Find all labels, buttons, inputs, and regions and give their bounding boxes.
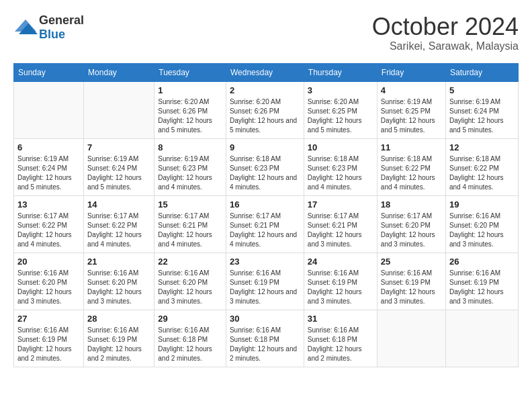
- day-info: Sunrise: 6:16 AMSunset: 6:20 PMDaylight:…: [87, 269, 150, 306]
- logo-general: General: [39, 13, 84, 27]
- day-info: Sunrise: 6:16 AMSunset: 6:19 PMDaylight:…: [381, 269, 442, 306]
- calendar-cell: 4Sunrise: 6:19 AMSunset: 6:25 PMDaylight…: [377, 81, 445, 138]
- calendar-cell: 18Sunrise: 6:17 AMSunset: 6:20 PMDayligh…: [377, 195, 445, 253]
- calendar-week-row: 6Sunrise: 6:19 AMSunset: 6:24 PMDaylight…: [14, 138, 519, 195]
- calendar-cell: [84, 81, 154, 138]
- logo-blue: Blue: [39, 28, 65, 41]
- calendar-cell: 26Sunrise: 6:16 AMSunset: 6:19 PMDayligh…: [445, 253, 518, 310]
- day-info: Sunrise: 6:18 AMSunset: 6:22 PMDaylight:…: [381, 154, 442, 192]
- day-info: Sunrise: 6:19 AMSunset: 6:25 PMDaylight:…: [381, 97, 442, 135]
- calendar-week-row: 1Sunrise: 6:20 AMSunset: 6:26 PMDaylight…: [14, 81, 519, 138]
- day-info: Sunrise: 6:19 AMSunset: 6:24 PMDaylight:…: [449, 97, 515, 135]
- calendar-week-row: 13Sunrise: 6:17 AMSunset: 6:22 PMDayligh…: [14, 195, 519, 253]
- day-number: 4: [381, 85, 442, 95]
- day-info: Sunrise: 6:17 AMSunset: 6:21 PMDaylight:…: [158, 212, 222, 249]
- day-number: 5: [449, 85, 515, 95]
- day-number: 20: [17, 257, 80, 267]
- day-info: Sunrise: 6:18 AMSunset: 6:23 PMDaylight:…: [308, 154, 373, 192]
- day-info: Sunrise: 6:16 AMSunset: 6:20 PMDaylight:…: [17, 269, 80, 306]
- day-info: Sunrise: 6:19 AMSunset: 6:24 PMDaylight:…: [87, 154, 150, 192]
- day-number: 15: [158, 199, 222, 210]
- day-number: 25: [381, 257, 442, 267]
- page-header: General Blue October 2024 Sarikei, Saraw…: [13, 13, 519, 52]
- day-info: Sunrise: 6:19 AMSunset: 6:24 PMDaylight:…: [17, 154, 80, 192]
- day-number: 3: [308, 85, 373, 95]
- calendar-cell: 25Sunrise: 6:16 AMSunset: 6:19 PMDayligh…: [377, 253, 445, 310]
- calendar-cell: 12Sunrise: 6:18 AMSunset: 6:22 PMDayligh…: [445, 138, 518, 195]
- day-info: Sunrise: 6:20 AMSunset: 6:26 PMDaylight:…: [230, 97, 300, 135]
- day-number: 30: [230, 314, 300, 324]
- day-info: Sunrise: 6:18 AMSunset: 6:22 PMDaylight:…: [449, 154, 515, 192]
- calendar-cell: 5Sunrise: 6:19 AMSunset: 6:24 PMDaylight…: [445, 81, 518, 138]
- calendar-cell: 29Sunrise: 6:16 AMSunset: 6:18 PMDayligh…: [154, 310, 226, 367]
- calendar-cell: 21Sunrise: 6:16 AMSunset: 6:20 PMDayligh…: [84, 253, 154, 310]
- day-number: 7: [87, 142, 150, 152]
- calendar-header-row: SundayMondayTuesdayWednesdayThursdayFrid…: [14, 63, 519, 81]
- day-number: 1: [158, 85, 222, 95]
- day-info: Sunrise: 6:16 AMSunset: 6:18 PMDaylight:…: [230, 326, 300, 363]
- column-header-tuesday: Tuesday: [154, 63, 226, 81]
- day-number: 11: [381, 142, 442, 152]
- column-header-friday: Friday: [377, 63, 445, 81]
- day-number: 6: [17, 142, 80, 152]
- day-number: 9: [230, 142, 300, 152]
- day-number: 2: [230, 85, 300, 95]
- calendar-cell: 27Sunrise: 6:16 AMSunset: 6:19 PMDayligh…: [14, 310, 84, 367]
- column-header-monday: Monday: [84, 63, 154, 81]
- day-number: 23: [230, 257, 300, 267]
- day-info: Sunrise: 6:17 AMSunset: 6:21 PMDaylight:…: [230, 212, 300, 249]
- day-number: 16: [230, 199, 300, 210]
- calendar-cell: 7Sunrise: 6:19 AMSunset: 6:24 PMDaylight…: [84, 138, 154, 195]
- day-number: 22: [158, 257, 222, 267]
- calendar-cell: 17Sunrise: 6:17 AMSunset: 6:21 PMDayligh…: [304, 195, 377, 253]
- day-number: 18: [381, 199, 442, 210]
- day-info: Sunrise: 6:20 AMSunset: 6:25 PMDaylight:…: [308, 97, 373, 135]
- day-info: Sunrise: 6:16 AMSunset: 6:19 PMDaylight:…: [230, 269, 300, 306]
- column-header-sunday: Sunday: [14, 63, 84, 81]
- calendar-cell: 28Sunrise: 6:16 AMSunset: 6:19 PMDayligh…: [84, 310, 154, 367]
- day-info: Sunrise: 6:16 AMSunset: 6:18 PMDaylight:…: [158, 326, 222, 363]
- calendar-cell: 11Sunrise: 6:18 AMSunset: 6:22 PMDayligh…: [377, 138, 445, 195]
- day-number: 19: [449, 199, 515, 210]
- calendar-cell: 8Sunrise: 6:19 AMSunset: 6:23 PMDaylight…: [154, 138, 226, 195]
- column-header-thursday: Thursday: [304, 63, 377, 81]
- calendar-cell: 6Sunrise: 6:19 AMSunset: 6:24 PMDaylight…: [14, 138, 84, 195]
- calendar-cell: 31Sunrise: 6:16 AMSunset: 6:18 PMDayligh…: [304, 310, 377, 367]
- day-info: Sunrise: 6:16 AMSunset: 6:18 PMDaylight:…: [308, 326, 373, 363]
- day-info: Sunrise: 6:18 AMSunset: 6:23 PMDaylight:…: [230, 154, 300, 192]
- day-number: 27: [17, 314, 80, 324]
- day-number: 12: [449, 142, 515, 152]
- title-block: October 2024 Sarikei, Sarawak, Malaysia: [372, 13, 519, 52]
- day-info: Sunrise: 6:19 AMSunset: 6:23 PMDaylight:…: [158, 154, 222, 192]
- calendar-cell: [377, 310, 445, 367]
- calendar-cell: [445, 310, 518, 367]
- column-header-saturday: Saturday: [445, 63, 518, 81]
- day-number: 14: [87, 199, 150, 210]
- calendar-cell: [14, 81, 84, 138]
- day-info: Sunrise: 6:16 AMSunset: 6:19 PMDaylight:…: [308, 269, 373, 306]
- day-info: Sunrise: 6:20 AMSunset: 6:26 PMDaylight:…: [158, 97, 222, 135]
- calendar-cell: 9Sunrise: 6:18 AMSunset: 6:23 PMDaylight…: [226, 138, 304, 195]
- day-info: Sunrise: 6:17 AMSunset: 6:20 PMDaylight:…: [381, 212, 442, 249]
- day-number: 31: [308, 314, 373, 324]
- day-number: 13: [17, 199, 80, 210]
- calendar-cell: 23Sunrise: 6:16 AMSunset: 6:19 PMDayligh…: [226, 253, 304, 310]
- day-number: 21: [87, 257, 150, 267]
- calendar-cell: 24Sunrise: 6:16 AMSunset: 6:19 PMDayligh…: [304, 253, 377, 310]
- day-info: Sunrise: 6:16 AMSunset: 6:19 PMDaylight:…: [87, 326, 150, 363]
- calendar-cell: 22Sunrise: 6:16 AMSunset: 6:20 PMDayligh…: [154, 253, 226, 310]
- calendar-cell: 20Sunrise: 6:16 AMSunset: 6:20 PMDayligh…: [14, 253, 84, 310]
- day-info: Sunrise: 6:16 AMSunset: 6:19 PMDaylight:…: [17, 326, 80, 363]
- day-info: Sunrise: 6:17 AMSunset: 6:22 PMDaylight:…: [17, 212, 80, 249]
- month-year-title: October 2024: [372, 13, 519, 40]
- logo-icon: [13, 18, 38, 37]
- day-info: Sunrise: 6:17 AMSunset: 6:21 PMDaylight:…: [308, 212, 373, 249]
- calendar-cell: 16Sunrise: 6:17 AMSunset: 6:21 PMDayligh…: [226, 195, 304, 253]
- day-number: 24: [308, 257, 373, 267]
- day-number: 10: [308, 142, 373, 152]
- logo: General Blue: [13, 13, 84, 42]
- calendar-cell: 15Sunrise: 6:17 AMSunset: 6:21 PMDayligh…: [154, 195, 226, 253]
- calendar-cell: 2Sunrise: 6:20 AMSunset: 6:26 PMDaylight…: [226, 81, 304, 138]
- location-subtitle: Sarikei, Sarawak, Malaysia: [372, 40, 519, 52]
- calendar-cell: 13Sunrise: 6:17 AMSunset: 6:22 PMDayligh…: [14, 195, 84, 253]
